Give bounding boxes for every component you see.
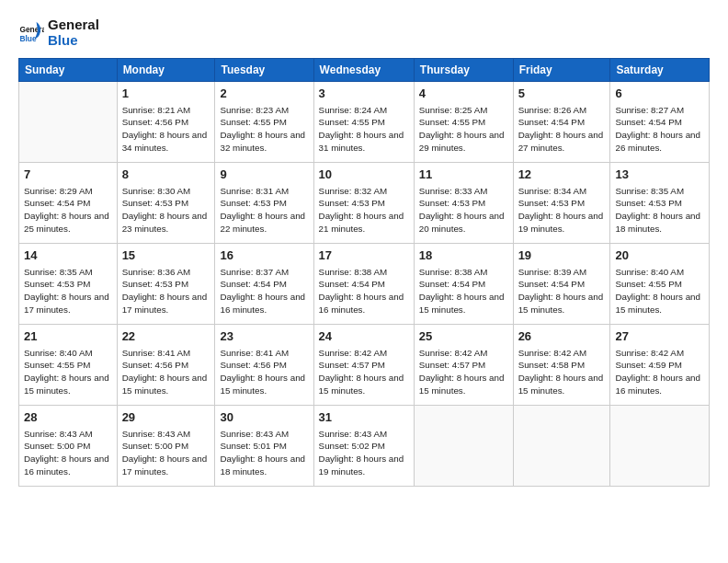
- calendar-week-row: 1Sunrise: 8:21 AMSunset: 4:56 PMDaylight…: [19, 81, 710, 162]
- calendar-day-cell: 1Sunrise: 8:21 AMSunset: 4:56 PMDaylight…: [117, 81, 215, 162]
- day-number: 2: [220, 86, 308, 102]
- calendar-week-row: 14Sunrise: 8:35 AMSunset: 4:53 PMDayligh…: [19, 243, 710, 324]
- day-number: 19: [518, 247, 606, 264]
- calendar-day-cell: 23Sunrise: 8:41 AMSunset: 4:56 PMDayligh…: [215, 324, 313, 405]
- calendar-day-cell: 5Sunrise: 8:26 AMSunset: 4:54 PMDaylight…: [513, 81, 610, 162]
- day-number: 5: [518, 86, 606, 102]
- calendar-day-cell: 24Sunrise: 8:42 AMSunset: 4:57 PMDayligh…: [313, 324, 414, 405]
- weekday-header-saturday: Saturday: [610, 58, 710, 81]
- day-number: 18: [419, 247, 508, 264]
- calendar-day-cell: 26Sunrise: 8:42 AMSunset: 4:58 PMDayligh…: [513, 324, 610, 405]
- day-info: Sunrise: 8:43 AMSunset: 5:00 PMDaylight:…: [122, 428, 210, 478]
- calendar-day-cell: 22Sunrise: 8:41 AMSunset: 4:56 PMDayligh…: [117, 324, 215, 405]
- calendar-day-cell: 8Sunrise: 8:30 AMSunset: 4:53 PMDaylight…: [117, 162, 215, 243]
- page: General Blue General Blue SundayMondayTu…: [0, 0, 728, 563]
- day-info: Sunrise: 8:34 AMSunset: 4:53 PMDaylight:…: [518, 185, 606, 236]
- calendar-day-cell: 3Sunrise: 8:24 AMSunset: 4:55 PMDaylight…: [313, 81, 414, 162]
- calendar-day-cell: 7Sunrise: 8:29 AMSunset: 4:54 PMDaylight…: [19, 162, 118, 243]
- calendar-day-cell: 29Sunrise: 8:43 AMSunset: 5:00 PMDayligh…: [117, 405, 215, 486]
- day-number: 13: [615, 167, 704, 183]
- day-info: Sunrise: 8:30 AMSunset: 4:53 PMDaylight:…: [122, 185, 210, 236]
- calendar-day-cell: 31Sunrise: 8:43 AMSunset: 5:02 PMDayligh…: [313, 405, 414, 486]
- day-info: Sunrise: 8:23 AMSunset: 4:55 PMDaylight:…: [220, 104, 308, 155]
- day-info: Sunrise: 8:36 AMSunset: 4:53 PMDaylight:…: [122, 266, 210, 316]
- calendar-day-cell: 14Sunrise: 8:35 AMSunset: 4:53 PMDayligh…: [19, 243, 118, 324]
- day-number: 20: [615, 247, 704, 264]
- day-number: 10: [319, 167, 409, 183]
- calendar-day-cell: 2Sunrise: 8:23 AMSunset: 4:55 PMDaylight…: [215, 81, 313, 162]
- day-info: Sunrise: 8:26 AMSunset: 4:54 PMDaylight:…: [518, 104, 606, 155]
- day-number: 17: [319, 247, 409, 264]
- calendar-day-cell: 21Sunrise: 8:40 AMSunset: 4:55 PMDayligh…: [19, 324, 118, 405]
- day-info: Sunrise: 8:43 AMSunset: 5:01 PMDaylight:…: [220, 428, 308, 478]
- day-info: Sunrise: 8:21 AMSunset: 4:56 PMDaylight:…: [122, 104, 210, 155]
- day-number: 15: [122, 247, 210, 264]
- weekday-header-monday: Monday: [117, 58, 215, 81]
- calendar-day-cell: 17Sunrise: 8:38 AMSunset: 4:54 PMDayligh…: [313, 243, 414, 324]
- day-number: 16: [220, 247, 308, 264]
- calendar-day-cell: 27Sunrise: 8:42 AMSunset: 4:59 PMDayligh…: [610, 324, 710, 405]
- calendar-day-cell: 10Sunrise: 8:32 AMSunset: 4:53 PMDayligh…: [313, 162, 414, 243]
- day-info: Sunrise: 8:41 AMSunset: 4:56 PMDaylight:…: [220, 347, 308, 397]
- calendar-day-cell: [513, 405, 610, 486]
- calendar-day-cell: 25Sunrise: 8:42 AMSunset: 4:57 PMDayligh…: [414, 324, 513, 405]
- logo-general: General: [48, 17, 99, 32]
- day-number: 28: [24, 409, 112, 426]
- day-number: 3: [319, 86, 409, 102]
- calendar-day-cell: 12Sunrise: 8:34 AMSunset: 4:53 PMDayligh…: [513, 162, 610, 243]
- calendar-day-cell: 15Sunrise: 8:36 AMSunset: 4:53 PMDayligh…: [117, 243, 215, 324]
- day-number: 27: [615, 328, 704, 345]
- weekday-header-friday: Friday: [513, 58, 610, 81]
- day-number: 1: [122, 86, 210, 102]
- svg-text:Blue: Blue: [19, 34, 36, 43]
- day-info: Sunrise: 8:41 AMSunset: 4:56 PMDaylight:…: [122, 347, 210, 397]
- calendar-day-cell: 18Sunrise: 8:38 AMSunset: 4:54 PMDayligh…: [414, 243, 513, 324]
- day-info: Sunrise: 8:42 AMSunset: 4:57 PMDaylight:…: [419, 347, 508, 397]
- day-number: 9: [220, 167, 308, 183]
- day-info: Sunrise: 8:39 AMSunset: 4:54 PMDaylight:…: [518, 266, 606, 316]
- day-info: Sunrise: 8:38 AMSunset: 4:54 PMDaylight:…: [319, 266, 409, 316]
- day-number: 7: [24, 167, 112, 183]
- day-info: Sunrise: 8:43 AMSunset: 5:02 PMDaylight:…: [319, 428, 409, 478]
- calendar-day-cell: 30Sunrise: 8:43 AMSunset: 5:01 PMDayligh…: [215, 405, 313, 486]
- day-info: Sunrise: 8:29 AMSunset: 4:54 PMDaylight:…: [24, 185, 112, 236]
- day-info: Sunrise: 8:35 AMSunset: 4:53 PMDaylight:…: [615, 185, 704, 236]
- day-number: 22: [122, 328, 210, 345]
- logo-blue: Blue: [48, 32, 99, 48]
- day-number: 12: [518, 167, 606, 183]
- day-info: Sunrise: 8:40 AMSunset: 4:55 PMDaylight:…: [24, 347, 112, 397]
- calendar-week-row: 7Sunrise: 8:29 AMSunset: 4:54 PMDaylight…: [19, 162, 710, 243]
- calendar-day-cell: 13Sunrise: 8:35 AMSunset: 4:53 PMDayligh…: [610, 162, 710, 243]
- day-info: Sunrise: 8:42 AMSunset: 4:57 PMDaylight:…: [319, 347, 409, 397]
- calendar-table: SundayMondayTuesdayWednesdayThursdayFrid…: [18, 58, 710, 487]
- day-info: Sunrise: 8:24 AMSunset: 4:55 PMDaylight:…: [319, 104, 409, 155]
- day-info: Sunrise: 8:37 AMSunset: 4:54 PMDaylight:…: [220, 266, 308, 316]
- calendar-day-cell: 16Sunrise: 8:37 AMSunset: 4:54 PMDayligh…: [215, 243, 313, 324]
- calendar-day-cell: 4Sunrise: 8:25 AMSunset: 4:55 PMDaylight…: [414, 81, 513, 162]
- calendar-header: SundayMondayTuesdayWednesdayThursdayFrid…: [19, 58, 710, 81]
- day-info: Sunrise: 8:38 AMSunset: 4:54 PMDaylight:…: [419, 266, 508, 316]
- calendar-day-cell: [610, 405, 710, 486]
- weekday-header-wednesday: Wednesday: [313, 58, 414, 81]
- day-info: Sunrise: 8:31 AMSunset: 4:53 PMDaylight:…: [220, 185, 308, 236]
- logo-icon: General Blue: [18, 19, 44, 45]
- day-number: 29: [122, 409, 210, 426]
- calendar-day-cell: 11Sunrise: 8:33 AMSunset: 4:53 PMDayligh…: [414, 162, 513, 243]
- day-number: 26: [518, 328, 606, 345]
- day-info: Sunrise: 8:27 AMSunset: 4:54 PMDaylight:…: [615, 104, 704, 155]
- calendar-day-cell: [19, 81, 118, 162]
- day-number: 24: [319, 328, 409, 345]
- calendar-day-cell: 6Sunrise: 8:27 AMSunset: 4:54 PMDaylight…: [610, 81, 710, 162]
- weekday-header-tuesday: Tuesday: [215, 58, 313, 81]
- day-number: 30: [220, 409, 308, 426]
- day-info: Sunrise: 8:40 AMSunset: 4:55 PMDaylight:…: [615, 266, 704, 316]
- weekday-header-sunday: Sunday: [19, 58, 118, 81]
- calendar-day-cell: 19Sunrise: 8:39 AMSunset: 4:54 PMDayligh…: [513, 243, 610, 324]
- calendar-day-cell: [414, 405, 513, 486]
- day-info: Sunrise: 8:42 AMSunset: 4:59 PMDaylight:…: [615, 347, 704, 397]
- day-number: 23: [220, 328, 308, 345]
- day-number: 14: [24, 247, 112, 264]
- logo: General Blue General Blue: [18, 17, 99, 49]
- day-number: 25: [419, 328, 508, 345]
- day-number: 11: [419, 167, 508, 183]
